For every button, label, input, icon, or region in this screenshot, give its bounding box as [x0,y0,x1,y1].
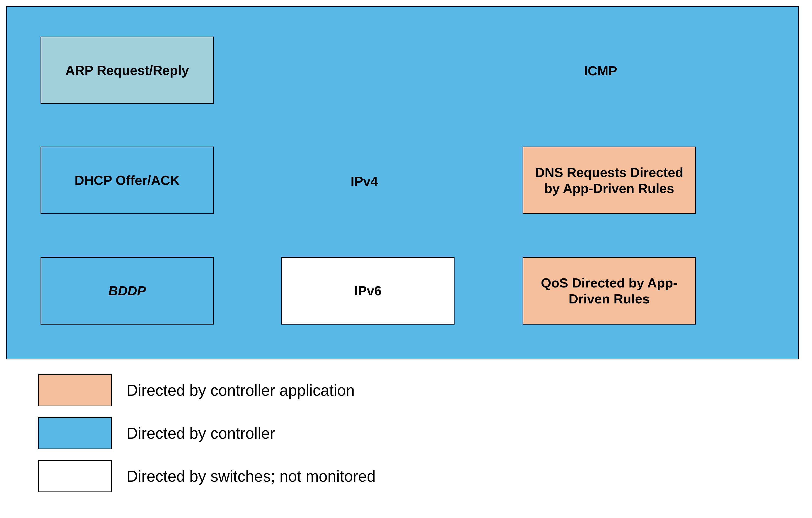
legend-swatch-white [38,460,112,492]
dhcp-box: DHCP Offer/ACK [40,147,214,214]
legend-swatch-orange [38,374,112,406]
legend-row-controller: Directed by controller [38,417,726,449]
legend-text-controller: Directed by controller [126,424,275,443]
icmp-label: ICMP [584,63,617,78]
bddp-box: BDDP [40,257,214,325]
legend-text-controller-app: Directed by controller application [126,381,354,399]
legend-row-controller-app: Directed by controller application [38,374,726,406]
legend-text-switches: Directed by switches; not monitored [126,467,376,485]
arp-label: ARP Request/Reply [65,62,189,78]
ipv6-label: IPv6 [354,283,382,299]
diagram-container: ARP Request/Reply DHCP Offer/ACK BDDP IP… [6,6,799,359]
legend: Directed by controller application Direc… [38,374,726,503]
dns-label: DNS Requests Directed by App-Driven Rule… [526,164,693,196]
legend-swatch-blue [38,417,112,449]
qos-box: QoS Directed by App-Driven Rules [523,257,696,325]
legend-row-switches: Directed by switches; not monitored [38,460,726,492]
ipv4-label: IPv4 [351,174,378,189]
qos-label: QoS Directed by App-Driven Rules [526,275,693,307]
dhcp-label: DHCP Offer/ACK [75,172,180,188]
ipv6-box: IPv6 [281,257,455,325]
bddp-label: BDDP [108,283,146,299]
dns-box: DNS Requests Directed by App-Driven Rule… [523,147,696,214]
arp-box: ARP Request/Reply [40,37,214,104]
